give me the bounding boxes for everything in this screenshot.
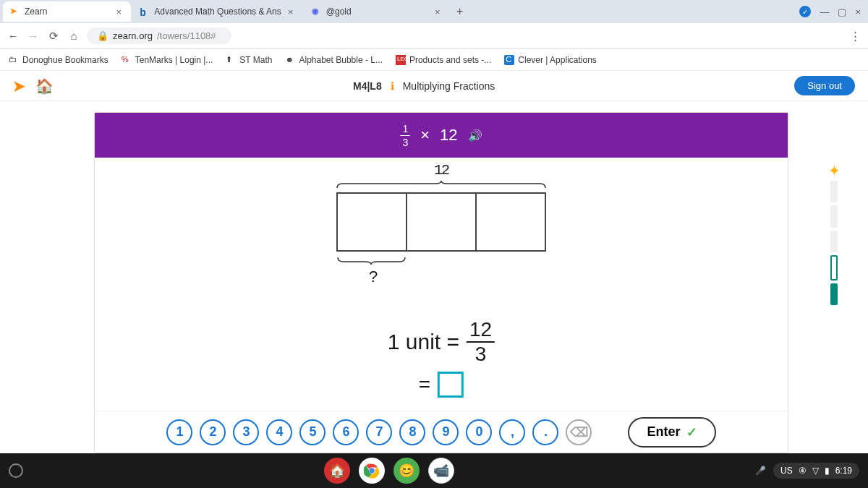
- clock: 6:19: [835, 466, 852, 476]
- zearn-favicon: ➤: [10, 7, 20, 17]
- zearn-header: ➤ 🏠 M4|L8 ℹ Multiplying Fractions Sign o…: [0, 71, 868, 101]
- bookmark-donoghue[interactable]: 🗀Donoghue Bookmarks: [9, 55, 109, 65]
- star-icon: ✦: [828, 162, 841, 179]
- app-icon-3[interactable]: 😊: [393, 458, 420, 484]
- key-1[interactable]: 1: [166, 419, 192, 445]
- battery-icon: ▮: [825, 466, 830, 476]
- url-host: zearn.org: [113, 30, 153, 41]
- key-6[interactable]: 6: [333, 419, 359, 445]
- work-area: 12 ? 1 unit = 12 3 =: [95, 158, 788, 411]
- audio-icon[interactable]: 🔊: [468, 129, 482, 142]
- launcher-icon[interactable]: [9, 463, 23, 478]
- bar-total-label: 12: [434, 162, 448, 179]
- enter-button[interactable]: Enter ✓: [628, 417, 715, 448]
- tower-segment: [830, 205, 838, 227]
- app-icon-4[interactable]: 📹: [428, 458, 454, 484]
- lock-icon: 🔒: [97, 30, 109, 41]
- tower-segment-done: [830, 283, 838, 305]
- new-tab-button[interactable]: +: [451, 5, 469, 18]
- brace-bottom: [336, 254, 407, 263]
- close-icon[interactable]: ×: [286, 7, 296, 17]
- bar-model: [336, 192, 546, 252]
- minimize-icon[interactable]: —: [820, 7, 829, 17]
- problem-header: 1 3 × 12 🔊: [95, 113, 788, 158]
- url-path: /towers/1108#: [157, 30, 216, 41]
- key-9[interactable]: 9: [433, 419, 459, 445]
- bookmark-tenmarks[interactable]: %TenMarks | Login |...: [122, 55, 213, 65]
- bookmark-alphabet[interactable]: ☻Alphabet Bubble - L...: [286, 55, 383, 65]
- sign-out-button[interactable]: Sign out: [794, 76, 855, 95]
- lesson-code: M4|L8: [353, 80, 382, 92]
- tower-segment: [830, 181, 838, 202]
- zearn-logo-icon[interactable]: ➤: [13, 77, 25, 95]
- operator: ×: [420, 126, 430, 145]
- brace-top: [336, 179, 547, 188]
- bartleby-favicon: b: [140, 7, 150, 17]
- bookmarks-bar: 🗀Donoghue Bookmarks %TenMarks | Login |.…: [0, 49, 868, 71]
- bar-cell: [338, 194, 407, 250]
- equation-block: 1 unit = 12 3 =: [388, 320, 495, 398]
- key-7[interactable]: 7: [366, 419, 392, 445]
- chrome-icon[interactable]: [359, 458, 385, 484]
- key-2[interactable]: 2: [200, 419, 226, 445]
- info-icon[interactable]: ℹ: [391, 80, 394, 92]
- numeric-keypad: 1 2 3 4 5 6 7 8 9 0 , . ⌫ Enter ✓: [95, 411, 788, 453]
- browser-tab-math[interactable]: b Advanced Math Questions & Ans ×: [132, 1, 302, 22]
- lesson-title: Multiplying Fractions: [403, 80, 495, 92]
- key-backspace[interactable]: ⌫: [566, 419, 592, 445]
- key-5[interactable]: 5: [299, 419, 326, 445]
- tenmarks-icon: %: [122, 55, 132, 65]
- problem-fraction: 1 3: [400, 124, 410, 147]
- bar-cell: [407, 194, 477, 250]
- key-period[interactable]: .: [532, 419, 558, 445]
- forward-button[interactable]: →: [26, 29, 41, 43]
- discord-favicon: ◉: [312, 7, 322, 17]
- key-4[interactable]: 4: [266, 419, 292, 445]
- app-icon-1[interactable]: 🏠: [324, 458, 350, 484]
- bookmark-products[interactable]: LEGOProducts and sets -...: [396, 55, 491, 65]
- tower-segment: [830, 231, 838, 252]
- browser-tab-zearn[interactable]: ➤ Zearn ×: [3, 1, 131, 22]
- wifi-icon: ▽: [812, 466, 819, 476]
- back-button[interactable]: ←: [6, 29, 20, 43]
- clever-icon: C: [504, 55, 514, 65]
- problem-card: 1 3 × 12 🔊 12 ? 1 unit = 12 3: [94, 112, 788, 453]
- bookmark-clever[interactable]: CClever | Applications: [504, 55, 597, 65]
- tower-segment-current: [830, 255, 838, 280]
- reload-button[interactable]: ⟳: [46, 29, 61, 43]
- tab-title: Zearn: [25, 7, 47, 17]
- equals-sign: =: [419, 373, 430, 396]
- home-button[interactable]: ⌂: [67, 29, 81, 43]
- unit-question-mark: ?: [369, 267, 378, 286]
- account-icon[interactable]: ✓: [799, 6, 811, 17]
- key-comma[interactable]: ,: [499, 419, 525, 445]
- notification-icon: ④: [799, 466, 807, 476]
- bookmark-stmath[interactable]: ⬆ST Math: [226, 55, 272, 65]
- key-3[interactable]: 3: [233, 419, 259, 445]
- close-icon[interactable]: ×: [114, 7, 124, 17]
- home-icon[interactable]: 🏠: [35, 77, 54, 95]
- browser-tab-strip: ➤ Zearn × b Advanced Math Questions & An…: [0, 0, 868, 23]
- folder-icon: 🗀: [9, 55, 19, 65]
- window-close-icon[interactable]: ×: [855, 7, 861, 17]
- tab-title: Advanced Math Questions & Ans: [154, 7, 281, 17]
- key-8[interactable]: 8: [399, 419, 425, 445]
- menu-icon[interactable]: ⋮: [848, 29, 862, 43]
- maximize-icon[interactable]: ▢: [838, 7, 846, 17]
- url-input[interactable]: 🔒 zearn.org/towers/1108#: [87, 27, 231, 44]
- problem-whole: 12: [440, 126, 457, 145]
- browser-tab-gold[interactable]: ◉ @gold ×: [305, 1, 450, 22]
- language-indicator: US: [780, 466, 793, 476]
- answer-input-box[interactable]: [438, 372, 464, 398]
- mic-icon[interactable]: 🎤: [755, 466, 766, 476]
- close-icon[interactable]: ×: [433, 7, 443, 17]
- bar-cell: [477, 194, 545, 250]
- status-tray[interactable]: US ④ ▽ ▮ 6:19: [773, 463, 859, 479]
- unit-text: 1 unit =: [388, 330, 459, 354]
- chromeos-shelf: 🏠 😊 📹 🎤 US ④ ▽ ▮ 6:19: [0, 453, 868, 488]
- key-0[interactable]: 0: [466, 419, 492, 445]
- tab-title: @gold: [326, 7, 352, 17]
- progress-tower: ✦: [825, 162, 843, 307]
- svg-point-0: [369, 468, 374, 473]
- check-icon: ✓: [686, 424, 697, 440]
